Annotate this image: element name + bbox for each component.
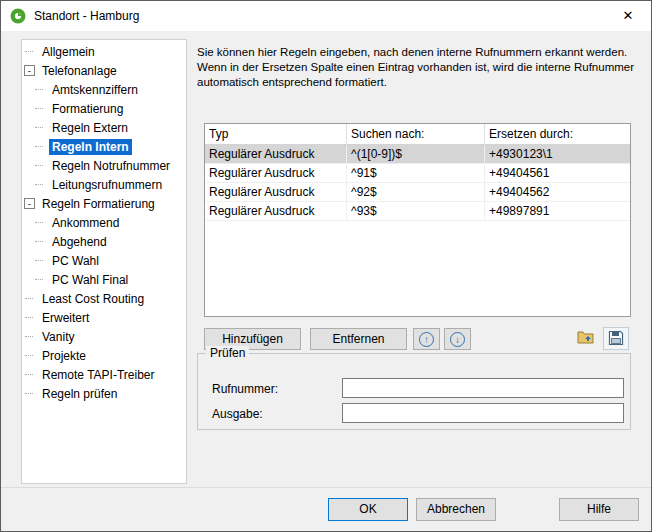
- tree-connector: [34, 141, 45, 152]
- column-header-suchen[interactable]: Suchen nach:: [347, 124, 485, 144]
- sidebar-item-regeln-formatierung[interactable]: -Regeln Formatierung: [22, 194, 186, 213]
- pruefen-legend: Prüfen: [206, 346, 249, 360]
- cancel-button[interactable]: Abbrechen: [416, 498, 496, 521]
- tree-connector: [34, 103, 45, 114]
- save-icon: [608, 335, 624, 349]
- ausgabe-input[interactable]: [342, 403, 624, 423]
- move-up-button[interactable]: ↑: [413, 328, 440, 350]
- sidebar-item-regeln-pruefen[interactable]: Regeln prüfen: [22, 384, 186, 403]
- cell-typ: Regulärer Ausdruck: [205, 164, 347, 182]
- sidebar-item-projekte[interactable]: Projekte: [22, 346, 186, 365]
- description-text: Sie können hier Regeln eingeben, nach de…: [197, 45, 635, 90]
- tree-connector: [34, 255, 45, 266]
- rufnummer-label: Rufnummer:: [212, 382, 278, 396]
- settings-tree: Allgemein -Telefonanlage Amtskennziffern…: [21, 39, 187, 484]
- collapse-icon[interactable]: -: [24, 198, 35, 209]
- sidebar-item-allgemein[interactable]: Allgemein: [22, 42, 186, 61]
- tree-connector: [24, 369, 35, 380]
- titlebar: Standort - Hamburg ✕: [1, 1, 651, 31]
- tree-connector: [24, 293, 35, 304]
- window-title: Standort - Hamburg: [34, 9, 139, 23]
- sidebar-item-amtskennziffern[interactable]: Amtskennziffern: [22, 80, 186, 99]
- table-row[interactable]: Regulärer Ausdruck ^93$ +49897891: [205, 202, 630, 221]
- table-header: Typ Suchen nach: Ersetzen durch:: [205, 124, 630, 145]
- sidebar-item-pc-wahl-final[interactable]: PC Wahl Final: [22, 270, 186, 289]
- cell-ersetzen: +49404562: [485, 183, 630, 201]
- cell-suchen: ^92$: [347, 183, 485, 201]
- import-button[interactable]: [573, 327, 599, 350]
- sidebar-item-regeln-extern[interactable]: Regeln Extern: [22, 118, 186, 137]
- sidebar-item-pc-wahl[interactable]: PC Wahl: [22, 251, 186, 270]
- cell-typ: Regulärer Ausdruck: [205, 183, 347, 201]
- cell-suchen: ^93$: [347, 202, 485, 220]
- help-button[interactable]: Hilfe: [559, 498, 639, 521]
- tree-connector: [24, 350, 35, 361]
- cell-typ: Regulärer Ausdruck: [205, 202, 347, 220]
- cell-suchen: ^(1[0-9])$: [347, 145, 485, 163]
- sidebar-item-least-cost-routing[interactable]: Least Cost Routing: [22, 289, 186, 308]
- tree-connector: [34, 274, 45, 285]
- table-row[interactable]: Regulärer Ausdruck ^(1[0-9])$ +4930123\1: [205, 145, 630, 164]
- tree-connector: [34, 236, 45, 247]
- sidebar-item-telefonanlage[interactable]: -Telefonanlage: [22, 61, 186, 80]
- move-down-button[interactable]: ↓: [444, 328, 471, 350]
- tree-connector: [24, 46, 35, 57]
- sidebar-item-remote-tapi-treiber[interactable]: Remote TAPI-Treiber: [22, 365, 186, 384]
- pruefen-group: Prüfen Rufnummer: Ausgabe:: [197, 353, 631, 430]
- tree-connector: [24, 331, 35, 342]
- standort-dialog: Standort - Hamburg ✕ Allgemein -Telefona…: [0, 0, 652, 532]
- sidebar-item-regeln-notrufnummer[interactable]: Regeln Notrufnummer: [22, 156, 186, 175]
- tree-connector: [34, 179, 45, 190]
- ok-button[interactable]: OK: [328, 498, 408, 521]
- cell-ersetzen: +4930123\1: [485, 145, 630, 163]
- column-header-ersetzen[interactable]: Ersetzen durch:: [485, 124, 630, 144]
- table-row[interactable]: Regulärer Ausdruck ^91$ +49404561: [205, 164, 630, 183]
- tree-connector: [34, 122, 45, 133]
- sidebar-item-leitungsrufnummern[interactable]: Leitungsrufnummern: [22, 175, 186, 194]
- tree-connector: [34, 217, 45, 228]
- folder-open-icon: [577, 334, 595, 348]
- up-arrow-icon: ↑: [419, 332, 434, 347]
- cell-ersetzen: +49404561: [485, 164, 630, 182]
- sidebar-item-abgehend[interactable]: Abgehend: [22, 232, 186, 251]
- rules-table: Typ Suchen nach: Ersetzen durch: Regulär…: [204, 123, 631, 317]
- sidebar-item-erweitert[interactable]: Erweitert: [22, 308, 186, 327]
- save-button[interactable]: [603, 327, 629, 350]
- close-icon[interactable]: ✕: [605, 1, 651, 31]
- sidebar-item-regeln-intern[interactable]: Regeln Intern: [22, 137, 186, 156]
- table-row[interactable]: Regulärer Ausdruck ^92$ +49404562: [205, 183, 630, 202]
- sidebar-item-formatierung[interactable]: Formatierung: [22, 99, 186, 118]
- rufnummer-input[interactable]: [342, 378, 624, 398]
- cell-ersetzen: +49897891: [485, 202, 630, 220]
- column-header-typ[interactable]: Typ: [205, 124, 347, 144]
- collapse-icon[interactable]: -: [24, 65, 35, 76]
- tree-connector: [34, 84, 45, 95]
- tree-connector: [34, 160, 45, 171]
- down-arrow-icon: ↓: [450, 332, 465, 347]
- remove-button[interactable]: Entfernen: [310, 328, 407, 350]
- sidebar-item-vanity[interactable]: Vanity: [22, 327, 186, 346]
- tree-connector: [24, 388, 35, 399]
- sidebar-item-ankommend[interactable]: Ankommend: [22, 213, 186, 232]
- app-icon: [10, 8, 26, 24]
- footer-divider: [1, 487, 651, 488]
- cell-suchen: ^91$: [347, 164, 485, 182]
- ausgabe-label: Ausgabe:: [212, 407, 263, 421]
- tree-connector: [24, 312, 35, 323]
- cell-typ: Regulärer Ausdruck: [205, 145, 347, 163]
